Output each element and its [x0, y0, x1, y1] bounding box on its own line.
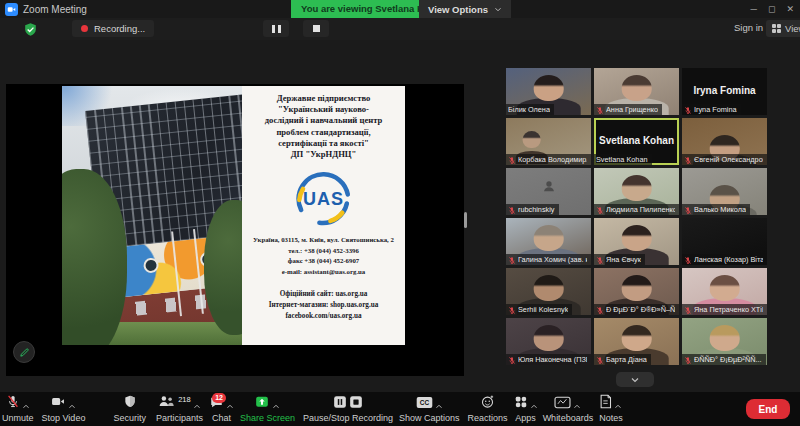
chevron-down-icon — [494, 7, 502, 12]
muted-mic-icon — [596, 301, 604, 316]
participant-tile[interactable]: Корбака Володимир... — [506, 118, 591, 165]
participant-tile[interactable]: Яна Євчук — [594, 218, 679, 265]
security-label: Security — [113, 413, 146, 423]
view-options-button[interactable]: View Options — [419, 0, 511, 18]
pause-stop-recording-icon-row — [333, 396, 363, 412]
participant-name-label: Людмила Пилипенко — [594, 204, 679, 215]
stop-video-icon — [50, 394, 66, 413]
slide-text-column: Державне підприємство "Український науко… — [242, 86, 405, 345]
chevron-up-icon — [435, 395, 443, 413]
participant-tile[interactable]: Анна Грищенко — [594, 68, 679, 115]
participant-name-label: Serhii Kolesnyk — [506, 304, 572, 315]
participant-tile[interactable]: Ð ÐµÐ´Ð° Ð®Ð»Ñ–Ñ — [594, 268, 679, 315]
participant-name: Яна Петраченко ХТіБ... — [694, 305, 763, 314]
whiteboards-label: Whiteboards — [543, 413, 594, 423]
participant-name-label: Барта Діана — [594, 354, 651, 365]
participant-tile[interactable]: Білик Олена — [506, 68, 591, 115]
whiteboards-button[interactable]: Whiteboards — [543, 396, 594, 423]
participant-name-label: Яна Євчук — [594, 254, 645, 265]
notes-icon — [599, 394, 612, 413]
grid-view-icon — [772, 24, 781, 33]
stop-recording-button[interactable] — [303, 20, 329, 37]
app-title: Zoom Meeting — [23, 4, 87, 15]
maximize-icon[interactable]: ◻ — [768, 4, 775, 14]
chevron-up-icon — [614, 395, 622, 413]
uas-logo-text: UAS — [292, 189, 356, 210]
title-bar: Zoom Meeting You are viewing Svetlana Ko… — [0, 0, 800, 18]
participant-tile[interactable]: rubchinskiy — [506, 168, 591, 215]
chat-icon-row: 12 — [209, 396, 234, 412]
address-block: Україна, 03115, м. Київ, вул. Святошинсь… — [248, 235, 399, 277]
pencil-icon — [19, 347, 30, 358]
view-options-label: View Options — [428, 4, 488, 15]
view-button[interactable]: View — [766, 20, 800, 37]
chat-button[interactable]: 12Chat — [209, 396, 234, 423]
participant-name: Svetlana Kohan — [596, 155, 648, 164]
show-captions-icon-row: CC — [416, 396, 443, 412]
participant-tile[interactable]: Валько Микола — [682, 168, 767, 215]
participant-name-label: rubchinskiy — [506, 204, 559, 215]
notes-button[interactable]: Notes — [599, 396, 623, 423]
participant-name: Людмила Пилипенко — [606, 205, 675, 214]
meeting-main-area: Державне підприємство "Український науко… — [0, 40, 800, 392]
participant-name-label: Анна Грищенко — [594, 104, 662, 115]
participant-tile[interactable]: Галина Хомич (зав. ка... — [506, 218, 591, 265]
zoom-app-icon — [5, 3, 18, 16]
close-icon[interactable]: ✕ — [786, 4, 794, 14]
zoom-app-window: Zoom Meeting You are viewing Svetlana Ko… — [0, 0, 800, 426]
muted-mic-icon — [684, 351, 692, 366]
participant-name-label: ÐÑÑÐ° Ð¡ÐµÐ²ÑÑ... — [682, 354, 766, 365]
apps-icon-row — [514, 396, 538, 412]
participant-tile[interactable]: Svetlana KohanSvetlana Kohan — [594, 118, 679, 165]
scroll-participants-button[interactable] — [616, 372, 654, 387]
chevron-up-icon — [193, 395, 201, 413]
participant-tile[interactable]: Ланская (Козар) Віта — [682, 218, 767, 265]
participant-video — [709, 325, 740, 351]
pause-stop-recording-button[interactable]: Pause/Stop Recording — [303, 396, 393, 423]
unmute-label: Unmute — [2, 413, 34, 423]
stop-video-label: Stop Video — [42, 413, 86, 423]
participant-tile[interactable]: Людмила Пилипенко — [594, 168, 679, 215]
stop-video-button[interactable]: Stop Video — [42, 396, 86, 423]
sign-in-button[interactable]: Sign in — [734, 22, 763, 33]
unmute-icon — [6, 394, 20, 413]
participant-tile[interactable]: Яна Петраченко ХТіБ... — [682, 268, 767, 315]
participant-tile[interactable]: ÐÑÑÐ° Ð¡ÐµÐ²ÑÑ... — [682, 318, 767, 365]
unmute-button[interactable]: Unmute — [2, 396, 34, 423]
end-button[interactable]: End — [746, 399, 790, 419]
reactions-icon-row — [480, 396, 495, 412]
participant-video — [621, 75, 652, 101]
participant-tile[interactable]: Юля Наконечна (ПЗВ... — [506, 318, 591, 365]
muted-mic-icon — [596, 101, 604, 116]
muted-mic-icon — [684, 101, 692, 116]
participant-video — [533, 225, 564, 251]
show-captions-icon: CC — [416, 395, 433, 413]
participant-name: Ð ÐµÐ´Ð° Ð®Ð»Ñ–Ñ — [606, 305, 675, 314]
participant-name: Serhii Kolesnyk — [518, 305, 568, 314]
whiteboards-icon — [554, 395, 571, 413]
security-button[interactable]: Security — [113, 396, 146, 423]
participant-name-label: Iryna Fomina — [682, 104, 741, 115]
muted-mic-icon — [684, 251, 692, 266]
participant-name: Корбака Володимир... — [518, 155, 587, 164]
reactions-icon — [480, 394, 495, 413]
participant-tile[interactable]: Барта Діана — [594, 318, 679, 365]
participant-name-label: Валько Микола — [682, 204, 750, 215]
pause-recording-button[interactable] — [263, 20, 289, 37]
encryption-shield-icon[interactable] — [22, 21, 38, 37]
chevron-up-icon — [530, 395, 538, 413]
muted-mic-icon — [684, 201, 692, 216]
participants-icon-row: 218 — [158, 396, 201, 412]
participant-tile[interactable]: Serhii Kolesnyk — [506, 268, 591, 315]
participant-tile[interactable]: Iryna FominaIryna Fomina — [682, 68, 767, 115]
share-scrollbar[interactable] — [464, 212, 467, 228]
reactions-button[interactable]: Reactions — [468, 396, 508, 423]
minimize-icon[interactable]: ─ — [751, 4, 757, 14]
apps-button[interactable]: Apps — [514, 396, 538, 423]
participants-button[interactable]: 218Participants — [156, 396, 203, 423]
share-screen-button[interactable]: Share Screen — [240, 396, 295, 423]
annotate-pencil-button[interactable] — [13, 341, 35, 363]
participant-tile[interactable]: Євгеній Олександров... — [682, 118, 767, 165]
muted-mic-icon — [596, 351, 604, 366]
show-captions-button[interactable]: CCShow Captions — [399, 396, 460, 423]
